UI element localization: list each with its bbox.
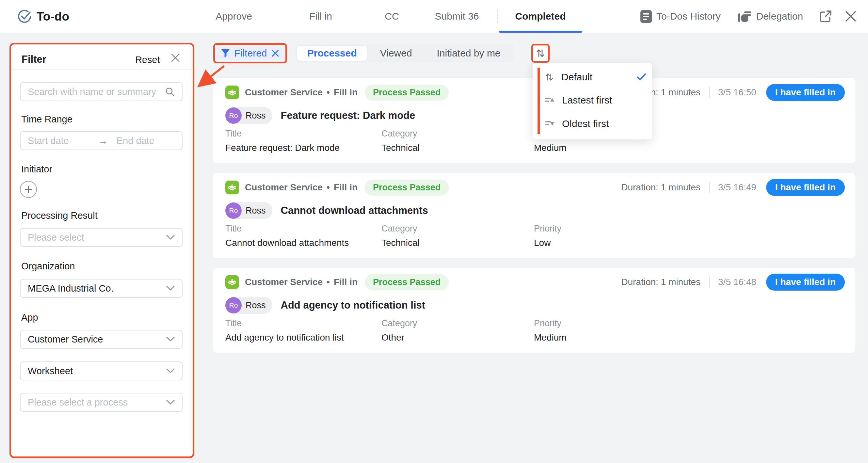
field-value: Medium: [534, 332, 566, 343]
field-value: Low: [534, 238, 561, 248]
worksheet-select[interactable]: Worksheet: [20, 362, 183, 380]
time-range-label: Time Range: [21, 114, 72, 125]
divider: [709, 87, 710, 98]
todo-check-circle-icon: [17, 9, 32, 24]
filter-reset-button[interactable]: Reset: [135, 55, 160, 65]
date-range-arrow-icon: →: [98, 135, 108, 146]
top-actions: To-Dos History Delegation: [640, 0, 857, 33]
filter-search-field[interactable]: [20, 82, 183, 101]
card-duration: Duration: 1 minutes: [621, 277, 701, 287]
segment-initiated-by-me[interactable]: Initiated by me: [425, 46, 512, 61]
filter-close-icon[interactable]: [170, 53, 180, 63]
action-status-badge[interactable]: I have filled in: [766, 179, 845, 196]
open-external-icon[interactable]: [819, 10, 832, 23]
sort-option-label: Default: [561, 71, 592, 83]
processing-result-select[interactable]: Please select: [20, 228, 183, 247]
chevron-down-icon: [166, 286, 175, 291]
divider: [709, 182, 710, 193]
divider: [11, 69, 193, 69]
app-brick-icon: [225, 275, 239, 289]
sort-option-oldest-first[interactable]: Oldest first: [545, 115, 646, 132]
card-header: Customer Service • Fill in Process Passe…: [225, 274, 845, 290]
segment-processed[interactable]: Processed: [297, 46, 367, 61]
card-summary[interactable]: Feature request: Dark mode: [281, 110, 415, 121]
card-title-row: Ro Ross Feature request: Dark mode: [225, 107, 415, 124]
date-range-field[interactable]: Start date → End date: [20, 131, 183, 150]
card-header: Customer Service • Fill in Process Passe…: [225, 180, 845, 195]
divider: [709, 277, 710, 288]
tab-completed[interactable]: Completed: [515, 0, 566, 33]
app-select[interactable]: Customer Service: [20, 330, 183, 349]
process-select[interactable]: Please select a process: [20, 393, 183, 412]
tab-cc[interactable]: CC: [385, 0, 399, 33]
initiator-pill[interactable]: Ro Ross: [225, 107, 272, 124]
processing-result-label: Processing Result: [21, 210, 98, 221]
card-timestamp: 3/5 16:48: [718, 277, 756, 287]
clear-filter-icon[interactable]: [271, 49, 279, 57]
action-status-badge[interactable]: I have filled in: [766, 274, 845, 290]
initiator-label: Initiator: [21, 164, 52, 175]
todos-history-button[interactable]: To-Dos History: [640, 10, 721, 23]
sort-option-latest-first[interactable]: Lastest first: [545, 92, 646, 109]
end-date-placeholder: End date: [117, 135, 154, 146]
process-placeholder: Please select a process: [28, 397, 128, 408]
field-label: Priority: [534, 318, 566, 329]
organization-value: MEGA Industrial Co.: [28, 283, 114, 294]
field-value: Add agency to notification list: [225, 332, 344, 343]
status-badge: Process Passed: [365, 180, 449, 195]
card-field: Category Technical: [381, 224, 420, 248]
check-icon: [637, 73, 646, 81]
organization-select[interactable]: MEGA Industrial Co.: [20, 279, 183, 298]
card-summary[interactable]: Cannot download attachments: [281, 205, 428, 216]
processing-result-placeholder: Please select: [28, 232, 84, 243]
chevron-down-icon: [166, 368, 175, 374]
delegation-button[interactable]: Delegation: [737, 9, 803, 23]
add-initiator-button[interactable]: [20, 181, 37, 198]
todo-card[interactable]: Customer Service • Fill in Process Passe…: [213, 268, 855, 352]
card-field: Priority Low: [534, 224, 561, 248]
field-label: Title: [225, 318, 344, 329]
action-status-badge[interactable]: I have filled in: [766, 84, 845, 101]
card-summary[interactable]: Add agency to notification list: [281, 300, 426, 311]
sort-button[interactable]: [531, 44, 550, 63]
close-icon[interactable]: [845, 10, 857, 22]
field-value: Other: [381, 332, 417, 343]
tab-approve[interactable]: Approve: [216, 0, 252, 33]
search-input[interactable]: [28, 87, 165, 97]
todos-history-label: To-Dos History: [656, 11, 721, 22]
field-label: Priority: [534, 224, 561, 234]
field-value: Technical: [381, 238, 420, 248]
card-type: Fill in: [334, 87, 358, 98]
field-value: Technical: [381, 143, 420, 153]
avatar: Ro: [225, 297, 242, 313]
chevron-down-icon: [166, 337, 175, 342]
worksheet-value: Worksheet: [28, 366, 73, 376]
filtered-chip[interactable]: Filtered: [217, 47, 283, 59]
filtered-label: Filtered: [234, 48, 267, 59]
segment-viewed[interactable]: Viewed: [367, 46, 425, 61]
tab-divider: [497, 10, 498, 23]
initiator-name: Ross: [246, 300, 266, 310]
initiator-pill[interactable]: Ro Ross: [225, 202, 272, 219]
search-icon: [165, 87, 175, 97]
status-badge: Process Passed: [365, 274, 449, 290]
initiator-pill[interactable]: Ro Ross: [225, 297, 272, 314]
initiator-name: Ross: [246, 206, 266, 216]
bullet-separator: •: [327, 277, 330, 287]
top-bar: To-do Approve Fill in CC Submit 36 Compl…: [0, 0, 868, 33]
card-field: Title Add agency to notification list: [225, 318, 344, 343]
avatar: Ro: [225, 203, 242, 219]
tab-fill-in[interactable]: Fill in: [309, 0, 332, 33]
card-title-row: Ro Ross Cannot download attachments: [225, 202, 428, 219]
initiator-name: Ross: [246, 111, 266, 121]
bullet-separator: •: [327, 182, 330, 193]
sort-option-default[interactable]: Default: [545, 68, 646, 86]
todo-card[interactable]: Customer Service • Fill in Process Passe…: [213, 173, 855, 258]
app-value: Customer Service: [28, 334, 103, 345]
card-field: Category Technical: [381, 129, 420, 153]
field-value: Feature request: Dark mode: [225, 143, 340, 153]
tab-submit[interactable]: Submit 36: [435, 0, 479, 33]
card-field: Title Feature request: Dark mode: [225, 129, 340, 153]
bullet-separator: •: [327, 87, 330, 98]
field-label: Category: [381, 129, 420, 139]
